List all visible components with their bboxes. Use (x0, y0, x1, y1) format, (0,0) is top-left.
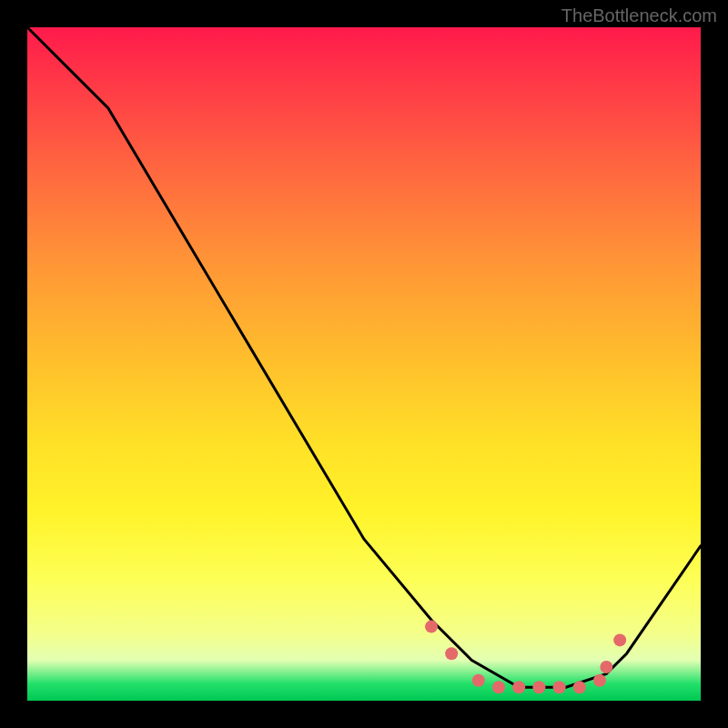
plot-area (27, 27, 701, 701)
marker-dot (573, 681, 586, 693)
marker-dot (593, 674, 606, 687)
marker-dot (613, 633, 626, 646)
marker-dot (472, 674, 485, 687)
marker-dot (445, 647, 458, 660)
marker-dot (512, 681, 525, 693)
bottleneck-curve (27, 27, 701, 687)
chart-frame: TheBottleneck.com (0, 0, 728, 728)
marker-dot (532, 681, 545, 693)
watermark-text: TheBottleneck.com (561, 5, 717, 26)
marker-dots-group (425, 621, 626, 694)
marker-dot (600, 661, 612, 673)
chart-overlay-svg (27, 27, 701, 701)
marker-dot (492, 681, 505, 693)
marker-dot (553, 681, 566, 693)
marker-dot (425, 621, 438, 633)
